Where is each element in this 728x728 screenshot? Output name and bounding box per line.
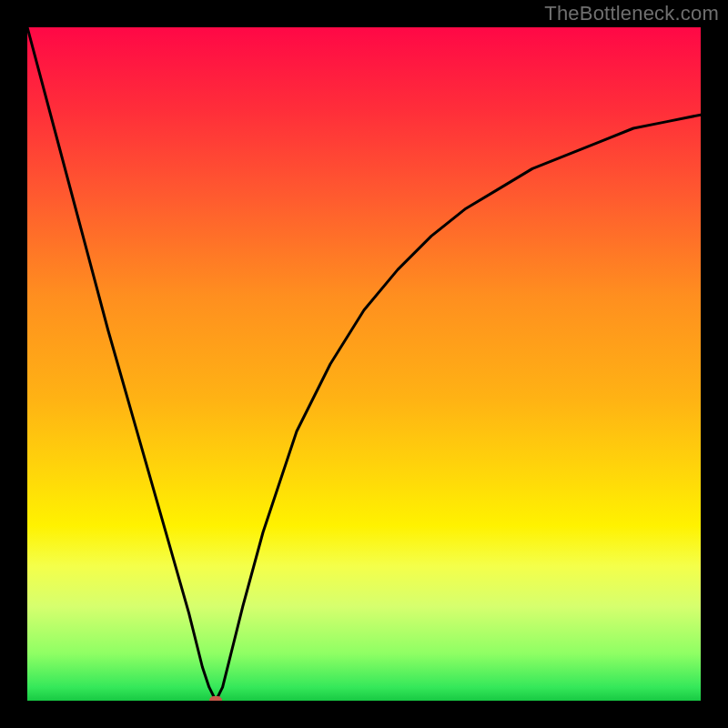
watermark-text: TheBottleneck.com: [544, 2, 719, 25]
bottleneck-curve: [27, 27, 701, 701]
curve-svg: [27, 27, 701, 701]
min-marker: [209, 696, 222, 701]
chart-frame: TheBottleneck.com: [0, 0, 728, 728]
plot-area: [27, 27, 701, 701]
